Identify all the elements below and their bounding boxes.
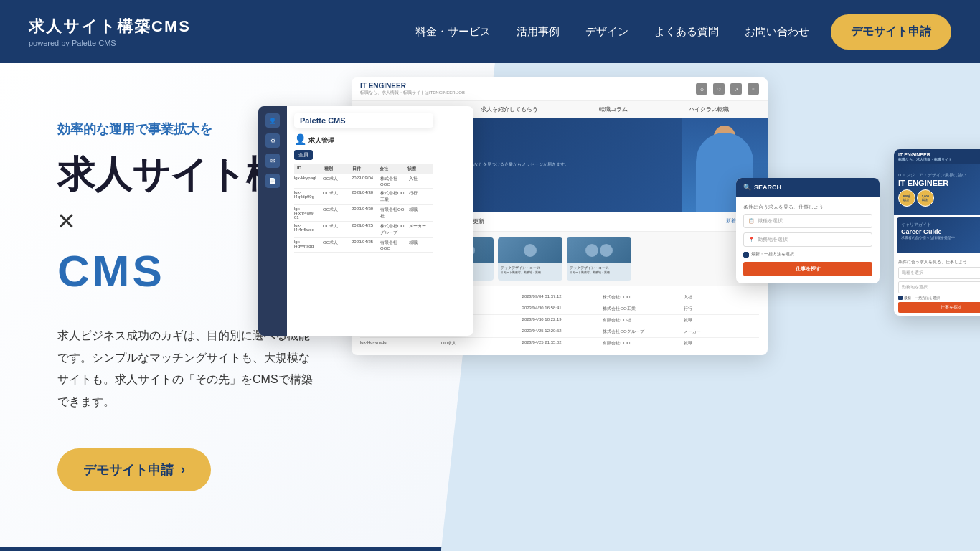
- mockup-header-icons: ⊕ ♡ ↗ ≡: [696, 83, 759, 95]
- check-label: 最新・一括方法を選択: [751, 251, 794, 258]
- table-row: lgx-l4gyynsdg OO求人 2023/04/25 21:35:02 有…: [360, 338, 759, 349]
- search-location-placeholder: 勤務地を選択: [758, 236, 788, 243]
- checkbox-1[interactable]: [743, 252, 749, 258]
- table-cell: 2023/04/25 21:35:02: [522, 340, 598, 347]
- table-cell: 株式会社OOO: [603, 294, 678, 301]
- table-cell: 2023/04/25 12:20:52: [522, 329, 598, 335]
- job-card-3: テックデザイン・コースリモート勤務可、勤務地・業種...: [498, 237, 562, 281]
- mobile-hero-title: IT ENGINEER: [898, 179, 966, 187]
- job-card-img-4: [567, 237, 631, 263]
- admin-table-row: lgx-l4gyynsdg OO求人 2023/04/25 有限会社OOO 就職: [294, 238, 433, 253]
- mockup-nav-refer: 求人を紹介してもらう: [481, 105, 538, 113]
- table-cell: 就職: [684, 317, 759, 324]
- admin-inner: 👤 ⚙ ✉ 📄 Palette CMS 👤 求人管理 全員: [258, 106, 473, 336]
- job-card-people-3: [524, 244, 537, 257]
- search-input-location[interactable]: 📍 勤務地を選択: [743, 232, 872, 247]
- logo-title: 求人サイト構築CMS: [29, 16, 191, 37]
- bookmark-icon: ⊕: [696, 83, 707, 95]
- header-demo-button[interactable]: デモサイト申請: [831, 14, 951, 50]
- heart-icon: ♡: [713, 83, 725, 95]
- search-input-job[interactable]: 📋 職種を選択: [743, 214, 872, 228]
- table-cell: 2023/04/30 10:22:19: [522, 317, 598, 324]
- mobile-search: 条件に合う求人を見る、仕事しよう 職種を選択 勤務地を選択 最新・一括方法を選択…: [894, 256, 980, 316]
- palette-cms-label: Palette CMS: [294, 113, 433, 128]
- admin-content: Palette CMS 👤 求人管理 全員 ID 種別 日付 会社 状態: [287, 106, 440, 336]
- mobile-hero-subtitle: ITエンジニア・デザイン業界に強い: [898, 172, 966, 179]
- table-cell: 行行: [684, 306, 759, 312]
- mobile-search-input-job[interactable]: 職種を選択: [898, 267, 980, 279]
- job-card-4: テックデザイン・コースリモート勤務可、勤務地・業種...: [567, 237, 631, 281]
- mobile-career-title: キャリアガイド: [901, 222, 980, 228]
- admin-table-row: lgx-l4jxnr4ww-01 OO求人 2023/04/30 有限会社OO社…: [294, 205, 433, 222]
- mobile-career-sub: 求職者の品や様々な情報を発信中: [901, 235, 980, 240]
- logo[interactable]: 求人サイト構築CMS powered by Palette CMS: [29, 16, 191, 47]
- search-mockup: 🔍 SEARCH 条件に合う求人を見る、仕事しよう 📋 職種を選択 📍 勤務地を…: [736, 178, 880, 283]
- person-6: [585, 244, 598, 257]
- table-cell: 有限会社OO社: [603, 317, 678, 324]
- table-cell: 株式会社OO工業: [603, 306, 678, 312]
- job-card-people-4: [585, 244, 613, 257]
- hero-right: IT ENGINEER 転職なら、求人情報・転職サイトはITENGINEER.J…: [373, 63, 980, 551]
- mobile-header: IT ENGINEER 転職なら、求人情報・転職サイト: [894, 149, 980, 164]
- mobile-search-btn[interactable]: 仕事を探す: [898, 302, 980, 313]
- hero-description: 求人ビジネス成功のカギは、目的別に選べる機能です。シンプルなマッチングサイトも、…: [57, 325, 316, 413]
- admin-icon-doc: 📄: [265, 174, 280, 188]
- hero-demo-arrow: ›: [181, 462, 185, 477]
- mobile-badge-1: 800社以上: [898, 189, 915, 207]
- table-cell: メーカー: [684, 329, 759, 335]
- hero-demo-button[interactable]: デモサイト申請 ›: [57, 448, 211, 491]
- search-mockup-header: 🔍 SEARCH: [736, 178, 880, 197]
- person-5: [524, 244, 537, 257]
- search-label: 条件に合う求人を見る、仕事しよう: [743, 204, 872, 211]
- mobile-search-input-location[interactable]: 勤務地を選択: [898, 281, 980, 293]
- search-location-icon: 📍: [748, 237, 755, 242]
- mobile-career-main: Career Guide: [901, 228, 980, 235]
- admin-tabs: 全員: [294, 150, 433, 160]
- admin-table-row: lgx-l4q4dp99g OO求人 2023/04/30 株式会社OO工業 行…: [294, 189, 433, 205]
- header: 求人サイト構築CMS powered by Palette CMS 料金・サービ…: [0, 0, 980, 63]
- job-card-text-4: テックデザイン・コースリモート勤務可、勤務地・業種...: [567, 263, 631, 277]
- admin-col-type: 種別: [324, 166, 347, 172]
- admin-icon-user: 👤: [265, 113, 280, 128]
- search-icon: 🔍: [743, 184, 751, 191]
- mobile-hero-content: ITエンジニア・デザイン業界に強い IT ENGINEER 800社以上 5,0…: [898, 172, 966, 207]
- table-cell: 入社: [684, 294, 759, 301]
- job-card-img-3: [498, 237, 562, 263]
- mobile-site-name: IT ENGINEER: [898, 152, 930, 157]
- nav-contact[interactable]: お問い合わせ: [745, 25, 809, 39]
- search-check-1: 最新・一括方法を選択: [743, 251, 872, 258]
- admin-table-header: ID 種別 日付 会社 状態: [294, 164, 433, 174]
- mobile-hero: ITエンジニア・デザイン業界に強い IT ENGINEER 800社以上 5,0…: [894, 164, 980, 215]
- nav-pricing[interactable]: 料金・サービス: [415, 25, 491, 39]
- main-nav: 料金・サービス 活用事例 デザイン よくある質問 お問い合わせ: [415, 25, 809, 39]
- person-7: [600, 244, 613, 257]
- mobile-badge-2: 5,000以上: [917, 189, 934, 207]
- admin-col-status: 状態: [407, 166, 430, 172]
- job-card-text-3: テックデザイン・コースリモート勤務可、勤務地・業種...: [498, 263, 562, 277]
- admin-icon-mail: ✉: [265, 154, 280, 168]
- table-cell: 株式会社OOグループ: [603, 329, 678, 335]
- table-cell: 2023/09/04 01:37:12: [522, 294, 598, 301]
- admin-icon-settings: ⚙: [265, 133, 280, 148]
- table-cell: 有限会社OOO: [603, 340, 678, 347]
- search-title: SEARCH: [754, 184, 781, 191]
- mobile-search-label: 条件に合う求人を見る、仕事しよう: [898, 259, 980, 265]
- search-submit-btn[interactable]: 仕事を探す: [743, 262, 872, 276]
- nav-faq[interactable]: よくある質問: [654, 25, 719, 39]
- share-icon: ↗: [730, 83, 742, 95]
- mobile-checkbox: [898, 296, 903, 300]
- admin-tab-all[interactable]: 全員: [294, 150, 313, 160]
- mobile-mockup: IT ENGINEER 転職なら、求人情報・転職サイト ITエンジニア・デザイン…: [894, 149, 980, 316]
- mockup-site-tagline: 転職なら、求人情報・転職サイトはITENGINEER.JOB: [360, 90, 465, 96]
- admin-table-row: lgx-l4rypagl OO求人 2023/09/04 株式会社OOO 入社: [294, 174, 433, 189]
- table-cell: 2023/04/30 16:58:41: [522, 306, 598, 312]
- mobile-tagline: 転職なら、求人情報・転職サイト: [898, 157, 980, 161]
- search-job-placeholder: 職種を選択: [758, 217, 783, 225]
- logo-subtitle: powered by Palette CMS: [29, 39, 191, 47]
- hero-demo-label: デモサイト申請: [83, 461, 174, 479]
- table-cell: 就職: [684, 340, 759, 347]
- mockup-nav-column: 転職コラム: [599, 105, 628, 113]
- nav-design[interactable]: デザイン: [585, 25, 628, 39]
- nav-cases[interactable]: 活用事例: [517, 25, 560, 39]
- table-cell: lgx-l4gyynsdg: [360, 340, 435, 347]
